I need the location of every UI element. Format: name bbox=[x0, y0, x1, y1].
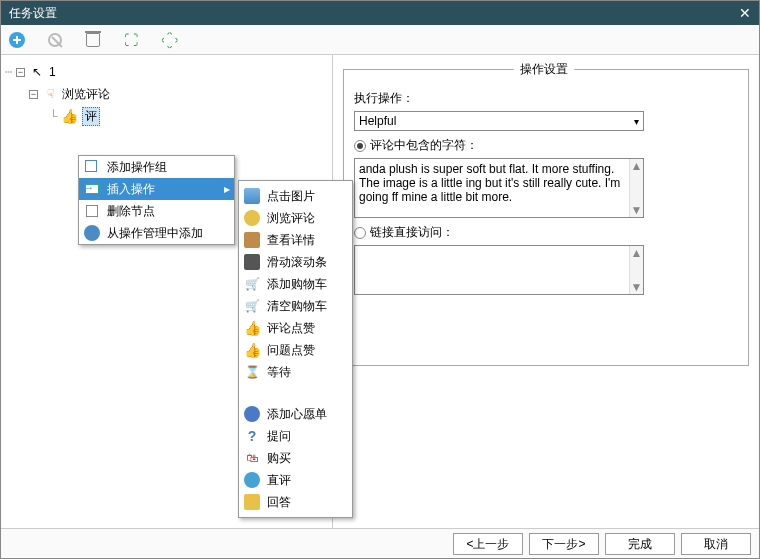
link-textarea[interactable]: ▲▼ bbox=[354, 245, 644, 295]
sub-like-question[interactable]: 👍问题点赞 bbox=[239, 339, 352, 361]
ctx-add-from-mgr[interactable]: 从操作管理中添加 bbox=[79, 222, 234, 244]
tree-item-label[interactable]: 浏览评论 bbox=[62, 86, 110, 103]
thumb-up-icon: 👍 bbox=[244, 320, 261, 336]
detail-icon bbox=[244, 232, 260, 248]
settings-legend: 操作设置 bbox=[514, 61, 574, 78]
exec-select[interactable]: Helpful ▾ bbox=[354, 111, 644, 131]
finish-button[interactable]: 完成 bbox=[605, 533, 675, 555]
exec-label: 执行操作： bbox=[354, 90, 738, 107]
settings-fieldset: 操作设置 执行操作： Helpful ▾ 评论中包含的字符： anda plus… bbox=[343, 61, 749, 366]
cancel-button[interactable]: 取消 bbox=[681, 533, 751, 555]
chevron-right-icon: ▸ bbox=[224, 182, 230, 196]
trash-icon bbox=[83, 202, 101, 220]
thumb-up-icon: 👍 bbox=[62, 108, 78, 124]
manager-icon bbox=[83, 224, 101, 242]
collapse-button[interactable]: ⛶ bbox=[159, 30, 179, 50]
tree-toggle-1[interactable]: − bbox=[29, 90, 38, 99]
chars-textarea[interactable]: anda plush is super soft but flat. It mo… bbox=[354, 158, 644, 218]
ctx-insert-op[interactable]: 插入操作 ▸ bbox=[79, 178, 234, 200]
context-menu: 添加操作组 插入操作 ▸ 删除节点 从操作管理中添加 bbox=[78, 155, 235, 245]
radio-direct-link[interactable] bbox=[354, 227, 366, 239]
wishlist-icon bbox=[244, 406, 260, 422]
chevron-down-icon: ▾ bbox=[634, 116, 639, 127]
cart-icon: 🛒 bbox=[245, 277, 260, 291]
insert-icon bbox=[83, 180, 101, 198]
delete-button[interactable] bbox=[83, 30, 103, 50]
sub-wait[interactable]: ⌛等待 bbox=[239, 361, 352, 383]
disable-button[interactable] bbox=[45, 30, 65, 50]
window-title: 任务设置 bbox=[9, 1, 57, 25]
radio-contains-chars[interactable] bbox=[354, 140, 366, 152]
sub-view-detail[interactable]: 查看详情 bbox=[239, 229, 352, 251]
sub-buy[interactable]: 🛍购买 bbox=[239, 447, 352, 469]
group-icon bbox=[83, 158, 101, 176]
hand-icon: ☟ bbox=[42, 86, 58, 102]
tree-item-label[interactable]: 1 bbox=[49, 65, 56, 79]
ctx-delete-node[interactable]: 删除节点 bbox=[79, 200, 234, 222]
radio-label: 评论中包含的字符： bbox=[370, 137, 478, 154]
add-button[interactable] bbox=[7, 30, 27, 50]
prev-button[interactable]: <上一步 bbox=[453, 533, 523, 555]
close-icon[interactable]: ✕ bbox=[739, 1, 751, 25]
cursor-icon: ↖ bbox=[29, 64, 45, 80]
empty-cart-icon: 🛒 bbox=[245, 299, 260, 313]
insert-submenu: 点击图片 浏览评论 查看详情 滑动滚动条 🛒添加购物车 🛒清空购物车 👍评论点赞… bbox=[238, 180, 353, 518]
sub-browse-review[interactable]: 浏览评论 bbox=[239, 207, 352, 229]
sub-empty-cart[interactable]: 🛒清空购物车 bbox=[239, 295, 352, 317]
scroll-icon bbox=[244, 254, 260, 270]
scrollbar[interactable]: ▲▼ bbox=[629, 246, 643, 294]
sub-wishlist[interactable]: 添加心愿单 bbox=[239, 403, 352, 425]
expand-button[interactable]: ⛶ bbox=[121, 30, 141, 50]
reply-icon bbox=[244, 494, 260, 510]
hourglass-icon: ⌛ bbox=[245, 365, 260, 379]
next-button[interactable]: 下一步> bbox=[529, 533, 599, 555]
image-icon bbox=[244, 188, 260, 204]
sub-scroll[interactable]: 滑动滚动条 bbox=[239, 251, 352, 273]
tree-toggle-root[interactable]: − bbox=[16, 68, 25, 77]
sub-review[interactable]: 直评 bbox=[239, 469, 352, 491]
buy-icon: 🛍 bbox=[246, 451, 258, 465]
sub-add-cart[interactable]: 🛒添加购物车 bbox=[239, 273, 352, 295]
sub-like-review[interactable]: 👍评论点赞 bbox=[239, 317, 352, 339]
thumb-up-icon: 👍 bbox=[244, 342, 261, 358]
browse-icon bbox=[244, 210, 260, 226]
sub-ask[interactable]: ?提问 bbox=[239, 425, 352, 447]
sub-click-image[interactable]: 点击图片 bbox=[239, 185, 352, 207]
ctx-add-group[interactable]: 添加操作组 bbox=[79, 156, 234, 178]
radio-label: 链接直接访问： bbox=[370, 224, 454, 241]
review-icon bbox=[244, 472, 260, 488]
question-icon: ? bbox=[248, 428, 257, 444]
tree-item-selected[interactable]: 评 bbox=[82, 107, 100, 126]
sub-reply[interactable]: 回答 bbox=[239, 491, 352, 513]
scrollbar[interactable]: ▲▼ bbox=[629, 159, 643, 217]
